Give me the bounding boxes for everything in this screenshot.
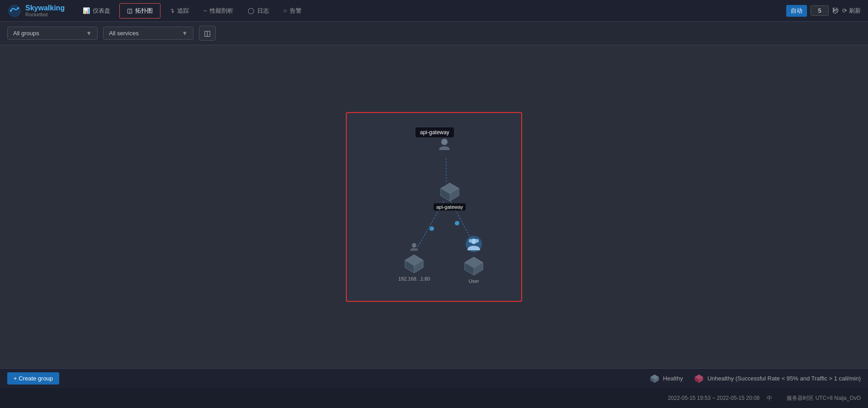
node-api-gateway[interactable]: api-gateway [434,181,466,212]
nav-log[interactable]: ◯ 日志 [241,0,276,22]
user-circle-icon [465,235,483,253]
chart-icon: 📊 [83,7,90,14]
svg-point-13 [412,243,416,248]
nav-topology[interactable]: ◫ 拓扑图 [119,3,160,19]
logo: Skywalking Rocketbot [7,4,65,18]
topology-icon: ◫ [127,7,132,14]
nav-dashboard[interactable]: 📊 仪表盘 [75,0,118,22]
logo-icon [7,4,22,18]
chevron-down-icon: ▼ [86,30,92,37]
healthy-label: Healthy [663,375,683,382]
svg-point-7 [455,221,459,225]
time-range: 2022-05-15 19:53 ~ 2022-05-15 20:08 [668,395,760,401]
group-dropdown[interactable]: All groups ▼ [7,27,98,40]
legend-unhealthy: Unhealthy (Successful Rate < 95% and Tra… [694,374,861,384]
toolbar: All groups ▼ All services ▼ ◫ [0,22,868,45]
svg-point-21 [475,239,479,243]
status-bar: 2022-05-15 19:53 ~ 2022-05-15 20:08 中 服务… [0,388,868,408]
person-small-icon [408,242,420,252]
legend-healthy: Healthy [650,374,683,384]
create-group-button[interactable]: + Create group [7,372,59,385]
node-ip-label: 192.168. .1:80 [396,275,433,282]
node-ip[interactable]: 192.168. .1:80 [396,242,433,284]
node-api-gateway-user-icon[interactable] [436,136,453,153]
person-icon [436,136,453,153]
service-dropdown[interactable]: All services ▼ [103,27,193,40]
alert-icon: ○ [283,7,287,14]
perf-icon: ~ [203,7,207,14]
bottom-bar: + Create group Healthy Unhealthy (Succes… [0,368,868,388]
nav-trace[interactable]: ↴ 追踪 [162,0,196,22]
layout-icon: ◫ [204,29,211,37]
unhealthy-cube-icon [694,374,704,384]
nav-alert[interactable]: ○ 告警 [276,0,309,22]
svg-point-6 [429,226,434,231]
group-dropdown-label: All groups [13,30,39,37]
logo-subtitle: Rocketbot [25,12,65,17]
logo-text: Skywalking Rocketbot [25,4,65,18]
healthy-cube-icon [650,374,660,384]
topology-box: api-gateway api-gateway [346,112,522,302]
unhealthy-label: Unhealthy (Successful Rate < 95% and Tra… [708,375,861,382]
refresh-icon: ⟳ [842,7,847,14]
log-icon: ◯ [248,7,255,14]
node-user[interactable]: User [462,235,485,286]
service-dropdown-label: All services [109,30,139,37]
logo-title: Skywalking [25,4,65,12]
refresh-button[interactable]: ⟳ 刷新 [842,7,861,15]
trace-icon: ↴ [170,7,175,14]
legend-area: Healthy Unhealthy (Successful Rate < 95%… [650,374,861,384]
node-tooltip-api-gateway: api-gateway [415,127,454,137]
svg-point-1 [10,10,12,12]
seconds-unit: 秒 [832,7,839,15]
svg-point-20 [469,239,472,243]
svg-point-2 [17,7,19,9]
topology-area: api-gateway api-gateway [347,113,521,301]
auto-button[interactable]: 自动 [786,5,807,17]
layout-button[interactable]: ◫ [199,26,216,41]
nav-perf[interactable]: ~ 性能剖析 [196,0,241,22]
node-user-label: User [466,277,481,285]
top-navigation: Skywalking Rocketbot 📊 仪表盘 ◫ 拓扑图 ↴ 追踪 ~ … [0,0,868,22]
server-info: 服务器时区 UTC+8 Naija_OvO [787,394,861,402]
cube-icon [439,181,461,203]
svg-point-8 [441,139,448,145]
chevron-down-icon: ▼ [182,30,188,37]
nav-right-controls: 自动 秒 ⟳ 刷新 [786,5,861,17]
node-api-gateway-label: api-gateway [434,203,466,211]
main-content: api-gateway api-gateway [0,45,868,368]
cube-icon [462,255,485,277]
seconds-input[interactable] [811,5,829,16]
locale-indicator: 中 [767,394,772,402]
cube-icon [403,253,425,275]
